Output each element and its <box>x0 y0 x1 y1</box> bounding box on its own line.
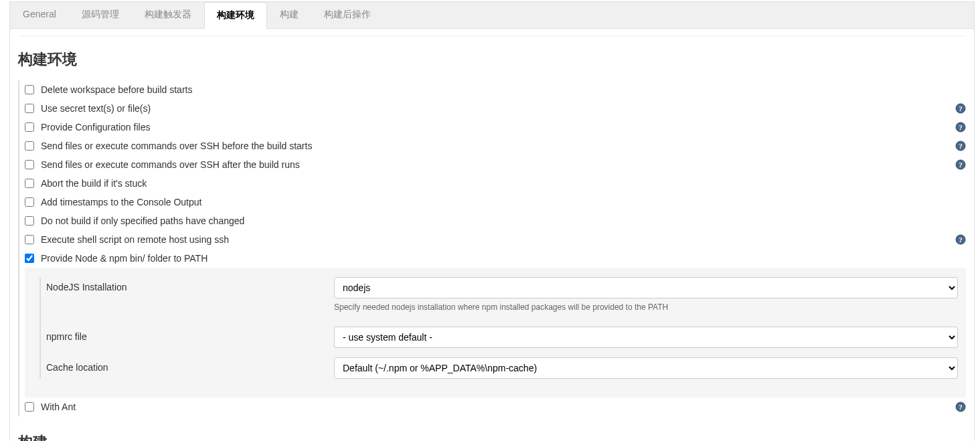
checkbox-ssh-before[interactable] <box>25 141 34 151</box>
tab-triggers[interactable]: 构建触发器 <box>132 2 204 28</box>
row-use-secret: Use secret text(s) or file(s) ? <box>25 99 966 118</box>
tabs-bar: General 源码管理 构建触发器 构建环境 构建 构建后操作 <box>10 2 974 29</box>
control-npmrc: - use system default - <box>334 327 958 348</box>
checkbox-with-ant[interactable] <box>25 402 34 412</box>
tab-build-env[interactable]: 构建环境 <box>204 2 267 29</box>
label-add-timestamps[interactable]: Add timestamps to the Console Output <box>41 197 201 207</box>
tab-build[interactable]: 构建 <box>267 2 311 28</box>
row-ssh-after: Send files or execute commands over SSH … <box>25 155 966 174</box>
row-execute-shell-ssh: Execute shell script on remote host usin… <box>25 230 966 249</box>
row-abort-stuck: Abort the build if it's stuck <box>25 174 966 193</box>
row-with-ant: With Ant ? <box>25 398 966 416</box>
node-panel-inner: NodeJS Installation nodejs Specify neede… <box>39 277 958 379</box>
label-do-not-build[interactable]: Do not build if only specified paths hav… <box>41 215 244 226</box>
config-container: General 源码管理 构建触发器 构建环境 构建 构建后操作 构建环境 De… <box>9 1 975 441</box>
control-cache-location: Default (~/.npm or %APP_DATA%\npm-cache) <box>334 357 958 379</box>
svg-text:?: ? <box>959 104 963 112</box>
section-title-build-env: 构建环境 <box>18 50 966 70</box>
help-icon[interactable]: ? <box>955 402 966 412</box>
build-env-section: Delete workspace before build starts Use… <box>18 80 966 416</box>
label-npmrc: npmrc file <box>46 327 334 342</box>
row-provide-config: Provide Configuration files ? <box>25 118 966 137</box>
row-npmrc: npmrc file - use system default - <box>46 327 958 348</box>
label-provide-node[interactable]: Provide Node & npm bin/ folder to PATH <box>41 253 208 264</box>
svg-text:?: ? <box>959 123 963 131</box>
control-nodejs-install: nodejs Specify needed nodejs installatio… <box>334 277 958 321</box>
checkbox-provide-node[interactable] <box>25 254 34 263</box>
label-provide-config[interactable]: Provide Configuration files <box>41 122 150 133</box>
checkbox-execute-shell-ssh[interactable] <box>25 235 34 244</box>
row-provide-node: Provide Node & npm bin/ folder to PATH <box>25 249 966 268</box>
row-ssh-before: Send files or execute commands over SSH … <box>25 137 966 155</box>
label-ssh-after[interactable]: Send files or execute commands over SSH … <box>41 159 300 170</box>
select-cache-location[interactable]: Default (~/.npm or %APP_DATA%\npm-cache) <box>334 357 958 379</box>
help-icon[interactable]: ? <box>955 234 966 245</box>
label-abort-stuck[interactable]: Abort the build if it's stuck <box>41 178 147 189</box>
inner-content: 构建环境 Delete workspace before build start… <box>18 35 966 441</box>
tab-general[interactable]: General <box>10 2 69 28</box>
label-ssh-before[interactable]: Send files or execute commands over SSH … <box>41 141 312 151</box>
select-nodejs-install[interactable]: nodejs <box>334 277 958 298</box>
select-npmrc[interactable]: - use system default - <box>334 327 958 348</box>
row-cache-location: Cache location Default (~/.npm or %APP_D… <box>46 357 958 379</box>
svg-text:?: ? <box>959 236 963 244</box>
checkbox-ssh-after[interactable] <box>25 160 34 169</box>
svg-text:?: ? <box>959 161 963 169</box>
row-delete-workspace: Delete workspace before build starts <box>25 80 966 99</box>
tab-post-build[interactable]: 构建后操作 <box>311 2 384 28</box>
label-delete-workspace[interactable]: Delete workspace before build starts <box>41 84 192 95</box>
checkbox-provide-config[interactable] <box>25 122 34 132</box>
help-icon[interactable]: ? <box>955 103 966 114</box>
checkbox-add-timestamps[interactable] <box>25 197 34 207</box>
tab-scm[interactable]: 源码管理 <box>69 2 132 28</box>
checkbox-do-not-build[interactable] <box>25 216 34 226</box>
help-text-nodejs: Specify needed nodejs installation where… <box>334 302 958 312</box>
section-title-build: 构建 <box>18 432 966 441</box>
checkbox-use-secret[interactable] <box>25 104 34 113</box>
row-add-timestamps: Add timestamps to the Console Output <box>25 193 966 211</box>
row-do-not-build: Do not build if only specified paths hav… <box>25 211 966 230</box>
help-icon[interactable]: ? <box>955 159 966 170</box>
label-use-secret[interactable]: Use secret text(s) or file(s) <box>41 103 151 114</box>
row-nodejs-install: NodeJS Installation nodejs Specify neede… <box>46 277 958 321</box>
help-icon[interactable]: ? <box>955 141 966 151</box>
label-execute-shell-ssh[interactable]: Execute shell script on remote host usin… <box>41 234 229 245</box>
help-icon[interactable]: ? <box>955 122 966 133</box>
svg-text:?: ? <box>959 403 963 411</box>
content-area: 构建环境 Delete workspace before build start… <box>10 29 974 441</box>
label-nodejs-install: NodeJS Installation <box>46 277 334 292</box>
checkbox-delete-workspace[interactable] <box>25 85 34 94</box>
checkbox-abort-stuck[interactable] <box>25 179 34 188</box>
svg-text:?: ? <box>959 142 963 150</box>
label-with-ant[interactable]: With Ant <box>41 402 76 412</box>
label-cache-location: Cache location <box>46 357 334 373</box>
node-config-panel: NodeJS Installation nodejs Specify neede… <box>25 268 966 398</box>
